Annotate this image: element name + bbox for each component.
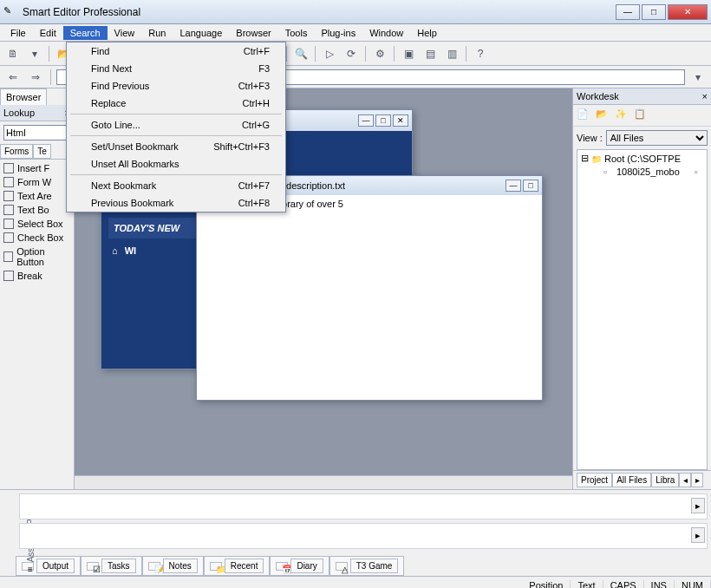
- browser-minimize-button[interactable]: —: [358, 114, 374, 127]
- titlebar: ✎ Smart Editor Professional — □ ✕: [0, 0, 711, 24]
- all-files-tab[interactable]: All Files: [612, 473, 651, 487]
- tree-file[interactable]: 1080i25_mobo: [591, 166, 680, 178]
- menu-item-next-bookmark[interactable]: Next BookmarkCtrl+F7: [67, 177, 285, 194]
- menu-browser[interactable]: Browser: [229, 26, 277, 40]
- element-list: Insert FForm WText AreText BoSelect BoxC…: [0, 160, 74, 284]
- status-ins: INS: [644, 580, 675, 589]
- menu-language[interactable]: Language: [173, 26, 229, 40]
- menu-search[interactable]: Search: [63, 26, 108, 40]
- status-position: Position: [522, 580, 571, 589]
- minimize-button[interactable]: —: [616, 4, 640, 20]
- address-dropdown-icon[interactable]: ▾: [688, 68, 708, 87]
- close-button[interactable]: ✕: [668, 4, 708, 20]
- lookup-subtabs: Forms Te: [0, 144, 74, 160]
- workdesk-icon-4[interactable]: 📋: [634, 108, 648, 122]
- list-item[interactable]: Option Button: [2, 245, 72, 269]
- project-tab[interactable]: Project: [577, 473, 612, 487]
- menu-item-previous-bookmark[interactable]: Previous BookmarkCtrl+F8: [67, 194, 285, 212]
- menu-item-set-unset-bookmark[interactable]: Set/Unset BookmarkShift+Ctrl+F3: [67, 138, 285, 155]
- menu-edit[interactable]: Edit: [33, 26, 63, 40]
- workdesk-tabs: Project All Files Libra ◂ ▸: [573, 470, 711, 489]
- new-dropdown-icon[interactable]: ▾: [25, 44, 44, 63]
- list-item[interactable]: Break: [2, 269, 72, 283]
- workdesk-close-icon[interactable]: ×: [702, 91, 708, 101]
- app-title: Smart Editor Professional: [23, 6, 616, 18]
- forms-tab[interactable]: Forms: [0, 144, 33, 159]
- home-icon[interactable]: ⌂: [112, 245, 118, 256]
- list-item[interactable]: Text Bo: [2, 203, 72, 217]
- file-tree[interactable]: ⊟ Root (C:\SOFTPE 1080i25_moboAudio.mffE…: [577, 149, 708, 470]
- editor-minimize-button[interactable]: —: [506, 180, 521, 192]
- assistant-row-2[interactable]: ▸: [19, 523, 708, 549]
- assistant-pane: Assistant Pane ▸ ▸ ≡Output☑Tasks📝Notes📁R…: [0, 489, 711, 576]
- row1-next-icon[interactable]: ▸: [691, 498, 705, 513]
- layout1-button[interactable]: ▣: [399, 44, 418, 63]
- menu-window[interactable]: Window: [362, 26, 410, 40]
- workdesk-icon-3[interactable]: ✨: [615, 108, 629, 122]
- editor-maximize-button[interactable]: □: [523, 180, 538, 192]
- search-menu-dropdown: FindCtrl+FFind NextF3Find PreviousCtrl+F…: [66, 42, 286, 212]
- folder-icon: [591, 154, 602, 164]
- menu-item-replace[interactable]: ReplaceCtrl+H: [67, 95, 285, 112]
- lookup-label: Lookup: [3, 108, 35, 118]
- file-icon: [603, 167, 614, 177]
- tree-root[interactable]: ⊟ Root (C:\SOFTPE: [579, 152, 705, 165]
- view-label: View :: [577, 133, 603, 143]
- run-button[interactable]: ▷: [320, 44, 339, 63]
- browser-maximize-button[interactable]: □: [375, 114, 391, 127]
- workdesk-icon-2[interactable]: 📂: [596, 108, 610, 122]
- menu-item-find-previous[interactable]: Find PreviousCtrl+F3: [67, 77, 285, 95]
- menu-item-unset-all-bookmarks[interactable]: Unset All Bookmarks: [67, 155, 285, 173]
- bottom-tab-notes[interactable]: 📝Notes: [142, 556, 204, 576]
- nav-win[interactable]: WI: [125, 245, 136, 256]
- file-icon: [695, 167, 705, 177]
- workdesk-panel: Workdesk × 📄 📂 ✨ 📋 View : All Files ⊟ Ro…: [572, 88, 711, 489]
- menu-item-find[interactable]: FindCtrl+F: [67, 42, 285, 60]
- new-button[interactable]: 🗎: [3, 44, 23, 63]
- menu-run[interactable]: Run: [141, 26, 173, 40]
- row2-next-icon[interactable]: ▸: [691, 527, 705, 543]
- view-select[interactable]: All Files: [606, 130, 708, 146]
- list-item[interactable]: Select Box: [2, 217, 72, 231]
- workdesk-icon-1[interactable]: 📄: [577, 108, 590, 122]
- tabs-right-arrow-icon[interactable]: ▸: [691, 473, 703, 487]
- options-button[interactable]: ⚙: [370, 44, 389, 63]
- app-icon: ✎: [3, 5, 17, 19]
- layout2-button[interactable]: ▤: [421, 44, 440, 63]
- bottom-tab-recent[interactable]: 📁Recent: [204, 556, 271, 576]
- menu-plug-ins[interactable]: Plug-ins: [314, 26, 362, 40]
- bottom-tab-tasks[interactable]: ☑Tasks: [81, 556, 142, 576]
- menu-help[interactable]: Help: [410, 26, 444, 40]
- status-caps: CAPS: [603, 580, 644, 589]
- te-tab[interactable]: Te: [33, 144, 51, 159]
- list-item[interactable]: Check Box: [2, 231, 72, 245]
- browser-tab[interactable]: Browser: [0, 88, 47, 105]
- tree-file[interactable]: Audio.mff: [682, 166, 708, 178]
- tabs-left-arrow-icon[interactable]: ◂: [679, 473, 691, 487]
- help-button[interactable]: ?: [471, 44, 490, 63]
- lookup-input[interactable]: [3, 125, 68, 140]
- list-item[interactable]: Text Are: [2, 189, 72, 203]
- menu-tools[interactable]: Tools: [278, 26, 315, 40]
- menubar: FileEditSearchViewRunLanguageBrowserTool…: [0, 24, 711, 42]
- library-tab[interactable]: Libra: [651, 473, 679, 487]
- assistant-row-1[interactable]: ▸: [19, 493, 708, 519]
- maximize-button[interactable]: □: [642, 4, 666, 20]
- browser-close-button[interactable]: ✕: [393, 114, 408, 127]
- horizontal-scrollbar[interactable]: [75, 475, 572, 489]
- layout3-button[interactable]: ▥: [442, 44, 461, 63]
- menu-file[interactable]: File: [3, 26, 33, 40]
- list-item[interactable]: Form W: [2, 175, 72, 189]
- menu-view[interactable]: View: [108, 26, 142, 40]
- window-controls: — □ ✕: [616, 4, 708, 20]
- list-item[interactable]: Insert F: [2, 161, 72, 175]
- forward-button[interactable]: ⇒: [26, 68, 45, 87]
- back-button[interactable]: ⇐: [3, 68, 23, 87]
- find-button[interactable]: 🔍: [291, 44, 310, 63]
- status-num: NUM: [675, 580, 711, 589]
- refresh-button[interactable]: ⟳: [342, 44, 361, 63]
- bottom-tab-t3-game[interactable]: △T3 Game: [329, 556, 405, 576]
- bottom-tab-diary[interactable]: 📅Diary: [270, 556, 329, 576]
- menu-item-find-next[interactable]: Find NextF3: [67, 60, 285, 77]
- menu-item-goto-line-[interactable]: Goto Line...Ctrl+G: [67, 116, 285, 134]
